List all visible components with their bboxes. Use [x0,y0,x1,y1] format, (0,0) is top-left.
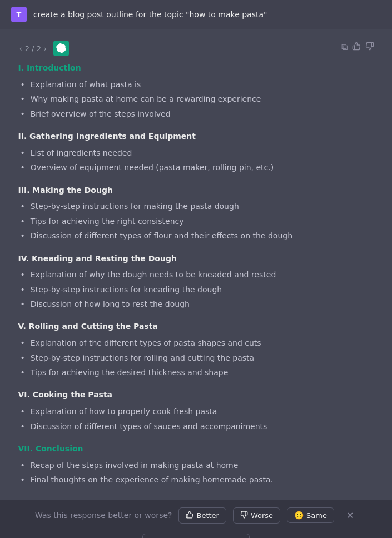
same-button[interactable]: 🙂 Same [287,507,334,523]
section-heading-dough: III. Making the Dough [18,184,374,197]
list-item: Brief overview of the steps involved [18,108,374,120]
user-avatar: T [11,7,27,22]
action-icons: ⧉ [341,41,374,52]
response-area: ‹ 2 / 2 › ⧉ [0,29,392,500]
copy-icon[interactable]: ⧉ [341,43,348,52]
list-item: Recap of the steps involved in making pa… [18,459,374,471]
feedback-inner: Was this response better or worse? Bette… [35,507,357,524]
better-button[interactable]: Better [178,507,226,524]
list-item: List of ingredients needed [18,147,374,159]
worse-button[interactable]: Worse [233,507,280,524]
thumbs-up-icon[interactable] [352,42,361,52]
list-item: Explanation of the different types of pa… [18,337,374,349]
section-heading-ingredients: II. Gathering Ingredients and Equipment [18,130,374,143]
list-item: Explanation of why the dough needs to be… [18,268,374,281]
list-item: Discussion of how long to rest the dough [18,298,374,310]
list-item: Final thoughts on the experience of maki… [18,474,374,486]
list-item: Step-by-step instructions for making the… [18,200,374,212]
section-heading-kneading: IV. Kneading and Resting the Dough [18,252,374,266]
feedback-row: Was this response better or worse? Bette… [0,500,392,531]
list-item: Why making pasta at home can be a reward… [18,93,374,105]
feedback-label: Was this response better or worse? [35,511,172,520]
nav-count: 2 / 2 [25,44,41,53]
section-heading-conclusion: VII. Conclusion [18,442,374,456]
response-container: ‹ 2 / 2 › ⧉ [7,41,385,486]
next-arrow[interactable]: › [43,44,48,53]
list-item: Step-by-step instructions for kneading t… [18,283,374,296]
thumbs-down-icon-btn [240,511,248,520]
bullet-list-rolling: Explanation of the different types of pa… [18,337,374,378]
list-item: Discussion of different types of flour a… [18,230,374,242]
bullet-list-ingredients: List of ingredients neededOverview of eq… [18,147,374,174]
bullet-list-kneading: Explanation of why the dough needs to be… [18,268,374,310]
section-heading-cooking: VI. Cooking the Pasta [18,388,374,402]
list-item: Tips for achieving the right consistency [18,215,374,227]
close-feedback-button[interactable]: ✕ [343,508,357,523]
bullet-list-intro: Explanation of what pasta isWhy making p… [18,78,374,120]
list-item: Tips for achieving the desired thickness… [18,366,374,378]
bullet-list-conclusion: Recap of the steps involved in making pa… [18,459,374,486]
list-item: Explanation of what pasta is [18,78,374,91]
section-heading-rolling: V. Rolling and Cutting the Pasta [18,320,374,333]
list-item: Overview of equipment needed (pasta make… [18,161,374,173]
regenerate-button[interactable]: ↻ Regenerate response [142,534,250,538]
thumbs-up-icon-btn [186,511,193,520]
prompt-text: create a blog post outline for the topic… [33,10,267,19]
prompt-bar: T create a blog post outline for the top… [0,0,392,29]
list-item: Explanation of how to properly cook fres… [18,405,374,417]
list-item: Step-by-step instructions for rolling an… [18,352,374,364]
bullet-list-dough: Step-by-step instructions for making the… [18,200,374,242]
list-item: Discussion of different types of sauces … [18,420,374,432]
chatgpt-avatar [53,41,69,56]
bullet-list-cooking: Explanation of how to properly cook fres… [18,405,374,432]
section-heading-intro: I. Introduction [18,62,374,75]
thumbs-down-icon[interactable] [365,42,374,52]
prev-arrow[interactable]: ‹ [18,44,23,53]
regenerate-row: ↻ Regenerate response [0,531,392,538]
smiley-icon: 🙂 [294,511,304,520]
outline-content: I. IntroductionExplanation of what pasta… [18,62,374,486]
